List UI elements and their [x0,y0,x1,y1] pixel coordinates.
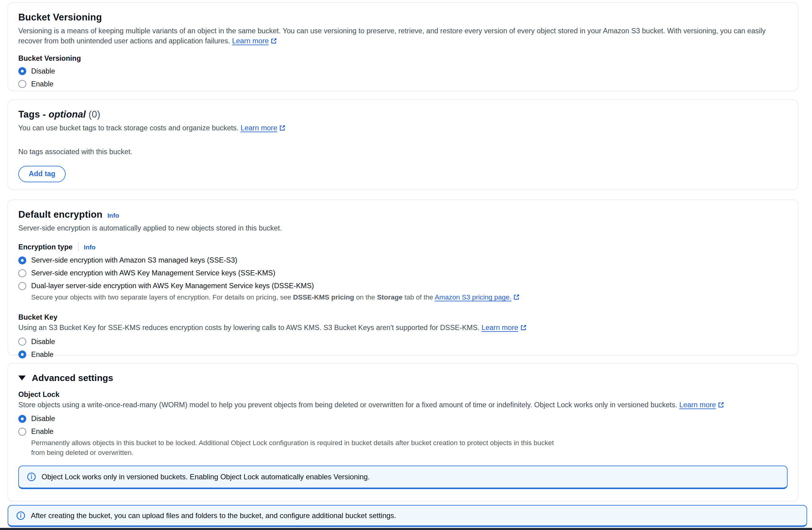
bucket-versioning-description: Versioning is a means of keeping multipl… [18,26,787,46]
radio-unselected-icon[interactable] [18,269,26,277]
radio-label: Enable [31,427,54,436]
tags-empty-text: No tags associated with this bucket. [18,148,787,156]
radio-selected-icon[interactable] [18,67,26,75]
tags-count: (0) [88,109,100,120]
s3-pricing-page-link[interactable]: Amazon S3 pricing page. [435,293,520,301]
alert-text: After creating the bucket, you can uploa… [31,511,396,520]
advanced-settings-toggle[interactable]: Advanced settings [18,373,787,383]
bucket-versioning-card: Bucket Versioning Versioning is a means … [8,2,798,91]
advanced-settings-title: Advanced settings [32,373,113,383]
bucket-key-disable-option[interactable]: Disable [18,338,55,346]
default-encryption-description: Server-side encryption is automatically … [18,223,787,233]
encryption-type-label: Encryption typeInfo [18,242,787,252]
radio-label: Disable [31,415,55,423]
radio-label: Disable [31,67,55,75]
bucket-key-learn-more-link[interactable]: Learn more [481,324,526,332]
object-lock-info-alert: Object Lock works only in versioned buck… [18,465,787,489]
divider [78,242,78,252]
bucket-versioning-title: Bucket Versioning [18,12,787,23]
default-encryption-card: Default encryption Info Server-side encr… [8,200,798,355]
versioning-enable-option[interactable]: Enable [18,80,54,88]
object-lock-description: Store objects using a write-once-read-ma… [18,400,787,410]
encryption-dsse-kms-option[interactable]: Dual-layer server-side encryption with A… [18,282,314,290]
versioning-learn-more-link[interactable]: Learn more [232,37,277,45]
radio-selected-icon[interactable] [18,415,26,423]
radio-label: Server-side encryption with AWS Key Mana… [31,269,275,277]
bucket-versioning-field-label: Bucket Versioning [18,54,787,62]
tags-title-optional: optional [48,109,86,120]
encryption-sse-kms-option[interactable]: Server-side encryption with AWS Key Mana… [18,269,275,277]
encryption-type-info-link[interactable]: Info [84,244,96,250]
radio-label: Enable [31,80,54,88]
external-link-icon [718,401,724,408]
tags-title: Tags - optional (0) [18,109,787,120]
advanced-settings-card: Advanced settings Object Lock Store obje… [8,363,798,501]
info-icon [16,511,25,520]
radio-selected-icon[interactable] [18,350,26,358]
bucket-key-label: Bucket Key [18,313,787,321]
tags-learn-more-link[interactable]: Learn more [241,124,286,132]
info-icon [27,472,36,482]
external-link-icon [271,38,277,44]
versioning-disable-option[interactable]: Disable [18,67,55,75]
caret-down-icon [18,375,26,381]
dsse-pricing-bold: DSSE-KMS pricing [293,293,354,301]
object-lock-disable-option[interactable]: Disable [18,415,55,423]
create-bucket-form: Bucket Versioning Versioning is a means … [0,0,812,530]
dsse-kms-description: Secure your objects with two separate la… [31,292,787,302]
tags-card: Tags - optional (0) You can use bucket t… [8,100,798,190]
radio-label: Dual-layer server-side encryption with A… [31,282,314,290]
external-link-icon [520,324,527,331]
radio-selected-icon[interactable] [18,256,26,264]
tags-description: You can use bucket tags to track storage… [18,123,787,133]
object-lock-enable-description: Permanently allows objects in this bucke… [31,438,556,458]
bucket-key-enable-option[interactable]: Enable [18,350,54,359]
radio-label: Enable [31,350,54,359]
default-encryption-title: Default encryption [18,209,103,220]
radio-unselected-icon[interactable] [18,428,26,436]
object-lock-learn-more-link[interactable]: Learn more [679,401,724,409]
object-lock-label: Object Lock [18,390,787,399]
radio-unselected-icon[interactable] [18,80,26,88]
radio-unselected-icon[interactable] [18,338,26,346]
object-lock-enable-option[interactable]: Enable [18,427,54,436]
storage-bold: Storage [377,293,403,301]
add-tag-button[interactable]: Add tag [18,166,66,182]
radio-label: Server-side encryption with Amazon S3 ma… [31,256,237,264]
default-encryption-info-link[interactable]: Info [107,212,119,219]
radio-unselected-icon[interactable] [18,282,26,290]
external-link-icon [513,294,520,300]
radio-label: Disable [31,338,55,346]
external-link-icon [279,125,286,131]
footer-bar [0,528,812,530]
post-creation-info-alert: After creating the bucket, you can uploa… [8,505,807,527]
bucket-key-description: Using an S3 Bucket Key for SSE-KMS reduc… [18,323,787,333]
encryption-sse-s3-option[interactable]: Server-side encryption with Amazon S3 ma… [18,256,237,264]
alert-text: Object Lock works only in versioned buck… [42,473,370,481]
